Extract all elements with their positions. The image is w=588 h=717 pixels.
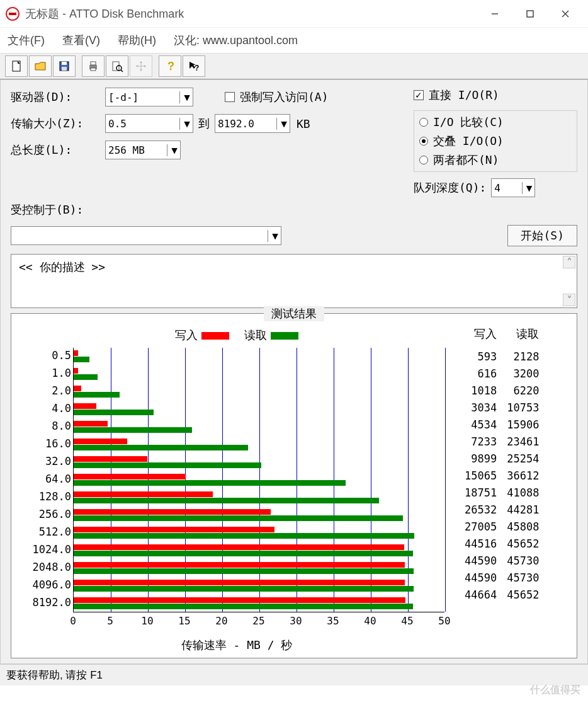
transfer-from-select[interactable]: 0.5▼ <box>105 114 193 133</box>
description-text: << 你的描述 >> <box>19 260 105 273</box>
svg-rect-11 <box>91 62 96 65</box>
io-compare-label: I/O 比较(C) <box>433 115 504 130</box>
menu-view[interactable]: 查看(V) <box>62 33 100 48</box>
drive-select[interactable]: [-d-]▼ <box>105 88 193 106</box>
read-bar <box>74 392 120 398</box>
watermark: 什么值得买 <box>530 684 580 685</box>
read-value: 45808 <box>507 519 539 536</box>
read-value: 2128 <box>507 348 539 365</box>
controlled-by-select[interactable]: ▼ <box>11 226 281 245</box>
scroll-up-icon[interactable]: ˄ <box>563 256 575 268</box>
length-select[interactable]: 256 MB▼ <box>105 141 181 159</box>
x-tick-label: 40 <box>364 615 376 627</box>
y-tick-label: 2.0 <box>21 384 71 397</box>
save-button[interactable] <box>53 55 76 77</box>
menu-help[interactable]: 帮助(H) <box>118 33 156 48</box>
x-tick-label: 25 <box>252 615 264 627</box>
scroll-down-icon[interactable]: ˅ <box>563 294 575 306</box>
menu-file[interactable]: 文件(F) <box>8 33 45 48</box>
read-value: 25254 <box>507 450 539 467</box>
svg-rect-9 <box>62 67 67 71</box>
overlap-io-label: 交叠 I/O(O) <box>433 134 504 149</box>
status-text: 要获得帮助, 请按 F1 <box>6 668 103 682</box>
force-write-checkbox[interactable] <box>225 92 235 102</box>
open-button[interactable] <box>29 55 52 77</box>
read-value: 15906 <box>507 416 539 433</box>
read-value: 10753 <box>507 399 539 416</box>
write-value: 616 <box>465 365 497 382</box>
overlap-io-radio[interactable] <box>419 137 428 146</box>
read-value: 3200 <box>507 365 539 382</box>
close-button[interactable] <box>548 1 583 26</box>
queue-depth-select[interactable]: 4▼ <box>491 178 535 197</box>
write-column: 写入59361610183034453472339899150651875126… <box>465 325 497 653</box>
write-bar <box>74 350 78 356</box>
help-button[interactable]: ? <box>159 55 181 77</box>
y-tick-label: 512.0 <box>21 525 71 538</box>
read-bar <box>74 551 413 556</box>
description-box[interactable]: << 你的描述 >> ˄ ˅ <box>11 254 577 308</box>
preview-button[interactable] <box>106 55 128 77</box>
svg-text:?: ? <box>195 64 199 72</box>
start-button[interactable]: 开始(S) <box>507 225 577 246</box>
svg-line-15 <box>121 70 123 72</box>
context-help-button[interactable]: ? <box>183 55 205 77</box>
length-label: 总长度(L): <box>11 142 105 158</box>
chart-legend: 写入 读取 <box>16 325 457 348</box>
read-value: 45730 <box>507 570 539 587</box>
x-tick-label: 35 <box>327 615 339 627</box>
y-tick-label: 1.0 <box>21 367 71 379</box>
svg-rect-3 <box>527 11 533 17</box>
kb-label: KB <box>297 117 310 130</box>
y-tick-label: 1024.0 <box>21 543 71 556</box>
read-bar <box>74 586 414 592</box>
write-bar <box>74 597 405 603</box>
menu-credit: 汉化: www.upantool.com <box>174 33 298 48</box>
new-button[interactable] <box>5 55 28 77</box>
move-button[interactable] <box>130 55 152 77</box>
read-value: 41088 <box>507 485 539 502</box>
write-value: 9899 <box>465 450 497 467</box>
menu-bar: 文件(F) 查看(V) 帮助(H) 汉化: www.upantool.com <box>0 28 588 53</box>
y-tick-label: 0.5 <box>21 349 71 362</box>
io-compare-radio[interactable] <box>419 118 428 127</box>
y-tick-label: 4.0 <box>21 402 71 415</box>
force-write-label: 强制写入访问(A) <box>240 89 329 105</box>
y-tick-label: 128.0 <box>21 490 71 503</box>
read-bar <box>74 533 414 539</box>
write-value: 44590 <box>465 553 497 570</box>
x-tick-label: 20 <box>215 615 227 627</box>
read-bar <box>74 568 414 574</box>
read-column: 读取21283200622010753159062346125254366124… <box>507 325 539 653</box>
read-value: 45652 <box>507 536 539 553</box>
svg-rect-8 <box>62 62 67 65</box>
write-value: 4534 <box>465 416 497 433</box>
read-value: 44281 <box>507 502 539 519</box>
results-title: 测试结果 <box>264 306 324 321</box>
write-value: 44664 <box>465 587 497 604</box>
read-bar <box>74 480 346 486</box>
direct-io-checkbox[interactable]: ✓ <box>414 90 424 100</box>
write-bar <box>74 491 213 497</box>
read-value: 45652 <box>507 587 539 604</box>
write-bar <box>74 509 271 515</box>
write-bar <box>74 403 96 409</box>
x-axis-label: 传输速率 - MB / 秒 <box>16 638 457 653</box>
direct-io-label: 直接 I/O(R) <box>429 88 499 103</box>
app-icon <box>5 6 20 21</box>
print-button[interactable] <box>82 55 105 77</box>
maximize-button[interactable] <box>512 1 548 26</box>
transfer-size-label: 传输大小(Z): <box>11 116 105 131</box>
bar-chart: 0.51.02.04.08.016.032.064.0128.0256.0512… <box>73 348 444 612</box>
svg-text:?: ? <box>167 60 174 72</box>
write-bar <box>74 368 78 374</box>
minimize-button[interactable] <box>477 1 512 26</box>
to-label: 到 <box>198 116 210 131</box>
write-bar <box>74 439 127 444</box>
neither-radio[interactable] <box>419 156 428 164</box>
read-bar <box>74 410 154 415</box>
x-tick-label: 0 <box>70 615 76 627</box>
write-bar <box>74 474 186 479</box>
transfer-to-select[interactable]: 8192.0▼ <box>215 114 290 133</box>
write-value: 7233 <box>465 433 497 450</box>
